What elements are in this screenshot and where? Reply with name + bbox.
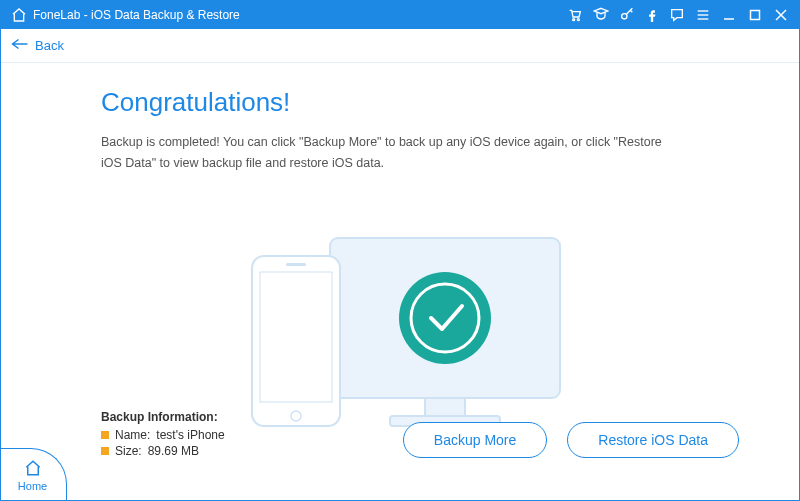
backup-info-title: Backup Information:	[101, 410, 225, 424]
svg-rect-16	[286, 263, 306, 266]
back-label: Back	[35, 38, 64, 53]
key-icon[interactable]	[619, 7, 635, 23]
titlebar: FoneLab - iOS Data Backup & Restore	[1, 1, 799, 29]
page-title: Congratulations!	[101, 87, 719, 118]
svg-point-2	[622, 14, 627, 19]
svg-rect-14	[260, 272, 332, 402]
size-value: 89.69 MB	[148, 444, 199, 458]
backup-info-name: Name: test's iPhone	[101, 428, 225, 442]
name-label: Name:	[115, 428, 150, 442]
main-content: Congratulations! Backup is completed! Yo…	[1, 63, 799, 500]
svg-point-17	[399, 272, 491, 364]
backup-info: Backup Information: Name: test's iPhone …	[101, 410, 225, 458]
cart-icon[interactable]	[567, 7, 583, 23]
maximize-button[interactable]	[747, 7, 763, 23]
name-value: test's iPhone	[156, 428, 224, 442]
backup-info-size: Size: 89.69 MB	[101, 444, 225, 458]
back-arrow-icon	[11, 37, 29, 54]
app-home-icon	[11, 7, 27, 23]
bullet-icon	[101, 431, 109, 439]
bottom-bar: Backup Information: Name: test's iPhone …	[101, 410, 739, 458]
svg-point-0	[573, 19, 575, 21]
back-button[interactable]: Back	[11, 37, 64, 54]
size-label: Size:	[115, 444, 142, 458]
action-buttons: Backup More Restore iOS Data	[403, 422, 739, 458]
page-description: Backup is completed! You can click "Back…	[101, 132, 681, 175]
feedback-icon[interactable]	[669, 7, 685, 23]
close-button[interactable]	[773, 7, 789, 23]
restore-ios-data-button[interactable]: Restore iOS Data	[567, 422, 739, 458]
menu-icon[interactable]	[695, 7, 711, 23]
bullet-icon	[101, 447, 109, 455]
home-label: Home	[18, 480, 47, 492]
home-icon	[23, 459, 43, 479]
register-icon[interactable]	[593, 7, 609, 23]
app-title: FoneLab - iOS Data Backup & Restore	[33, 8, 240, 22]
backup-more-button[interactable]: Backup More	[403, 422, 547, 458]
facebook-icon[interactable]	[645, 8, 659, 22]
minimize-button[interactable]	[721, 7, 737, 23]
svg-point-1	[577, 19, 579, 21]
svg-rect-7	[751, 11, 760, 20]
back-row: Back	[1, 29, 799, 63]
